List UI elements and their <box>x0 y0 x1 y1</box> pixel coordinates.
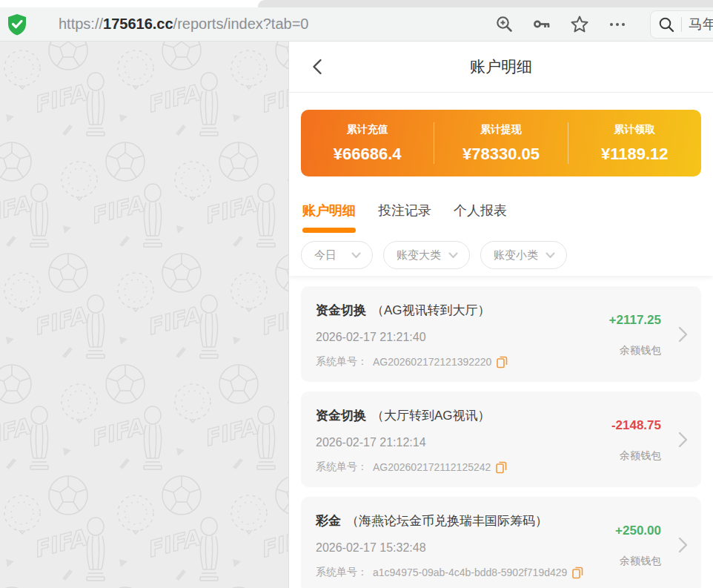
chevron-right-icon <box>678 432 688 448</box>
transaction-row[interactable]: 资金切换（大厅转到AG视讯） 2026-02-17 21:12:14 系统单号：… <box>301 392 701 487</box>
copy-icon[interactable] <box>572 566 583 579</box>
tab-bar: 账户明细 投注记录 个人报表 <box>289 176 713 233</box>
stats-summary-card: 累计充值 ¥66686.4 累计提现 ¥78330.05 累计领取 ¥1189.… <box>301 110 701 176</box>
order-number: AG202602172112125242 <box>373 461 491 473</box>
main-area: FIFA <box>0 42 713 588</box>
screenshot-root: { "browser": { "url": { "scheme": "https… <box>0 0 713 588</box>
transaction-amount-block: -2148.75 余额钱包 <box>611 418 661 463</box>
order-label: 系统单号： <box>316 566 368 579</box>
transaction-type: 彩金 <box>316 514 341 528</box>
stat-value: ¥66686.4 <box>301 145 434 164</box>
transaction-amount: +2117.25 <box>609 313 661 328</box>
transaction-wallet: 余额钱包 <box>620 555 661 568</box>
transaction-row[interactable]: 彩金（海燕论坛金币兑换瑞丰国际筹码） 2026-02-17 15:32:48 系… <box>301 497 701 588</box>
key-icon[interactable] <box>532 15 551 33</box>
order-label: 系统单号： <box>316 355 368 369</box>
stat-label: 累计领取 <box>568 123 701 136</box>
url-domain: 175616.cc <box>103 16 173 32</box>
transaction-detail: （AG视讯转到大厅） <box>371 303 491 317</box>
chevron-down-icon <box>545 252 555 259</box>
transaction-list: 资金切换（AG视讯转到大厅） 2026-02-17 21:21:40 系统单号：… <box>289 276 713 588</box>
address-bar-actions <box>495 7 627 41</box>
zoom-in-icon[interactable] <box>495 15 514 33</box>
transaction-type: 资金切换 <box>316 409 366 423</box>
filter-label: 账变大类 <box>397 248 441 262</box>
stat-label: 累计提现 <box>434 123 567 136</box>
transaction-amount-block: +2117.25 余额钱包 <box>609 313 661 357</box>
stat-value: ¥78330.05 <box>434 145 567 164</box>
browser-tab-strip <box>0 0 713 7</box>
url-text[interactable]: https://175616.cc/reports/index?tab=0 <box>59 16 308 33</box>
transaction-amount: -2148.75 <box>611 418 661 433</box>
transaction-detail: （大厅转到AG视讯） <box>371 409 491 423</box>
transaction-row[interactable]: 资金切换（AG视讯转到大厅） 2026-02-17 21:21:40 系统单号：… <box>301 286 701 382</box>
search-divider <box>681 17 682 32</box>
url-scheme: https:// <box>59 16 103 32</box>
stat-total-withdraw: 累计提现 ¥78330.05 <box>434 123 567 164</box>
chevron-right-icon <box>678 326 688 343</box>
filter-major-category-dropdown[interactable]: 账变大类 <box>383 241 470 269</box>
magnifier-icon <box>658 16 674 33</box>
page-title: 账户明细 <box>289 56 713 77</box>
security-shield-icon[interactable] <box>7 13 27 36</box>
copy-icon[interactable] <box>496 461 507 474</box>
stat-value: ¥1189.12 <box>568 145 701 164</box>
account-detail-panel: 账户明细 累计充值 ¥66686.4 累计提现 ¥78330.05 累计领取 ¥… <box>289 42 713 588</box>
transaction-detail: （海燕论坛金币兑换瑞丰国际筹码） <box>346 514 548 528</box>
browser-search-box[interactable]: 马年 <box>650 10 713 39</box>
order-number: a1c94975-09ab-4c4b-bdd8-5902f719d429 <box>373 566 567 578</box>
browser-address-bar[interactable]: https://175616.cc/reports/index?tab=0 马年 <box>0 7 713 42</box>
chevron-down-icon <box>448 252 458 259</box>
transaction-wallet: 余额钱包 <box>620 449 661 463</box>
filter-bar: 今日 账变大类 账变小类 <box>289 233 713 269</box>
fifa-pattern-svg: FIFA <box>0 42 289 588</box>
stat-total-claimed: 累计领取 ¥1189.12 <box>568 123 701 164</box>
more-dots-icon[interactable] <box>608 15 627 33</box>
transaction-amount-block: +250.00 余额钱包 <box>615 523 661 568</box>
filter-label: 今日 <box>314 248 336 262</box>
chevron-right-icon <box>678 537 688 553</box>
filter-label: 账变小类 <box>494 248 538 262</box>
copy-icon[interactable] <box>497 356 508 369</box>
transaction-wallet: 余额钱包 <box>620 344 661 357</box>
fifa-pattern-background: FIFA <box>0 42 289 588</box>
star-icon[interactable] <box>570 15 589 33</box>
search-query-text: 马年 <box>689 15 713 34</box>
tab-personal-report[interactable]: 个人报表 <box>454 202 507 233</box>
transaction-amount: +250.00 <box>615 523 661 538</box>
filter-date-dropdown[interactable]: 今日 <box>301 241 373 269</box>
url-path: /reports/index?tab=0 <box>173 16 309 32</box>
transaction-type: 资金切换 <box>316 303 366 317</box>
tab-strip-inactive-area <box>258 0 713 7</box>
top-section: 累计充值 ¥66686.4 累计提现 ¥78330.05 累计领取 ¥1189.… <box>289 93 713 276</box>
filter-minor-category-dropdown[interactable]: 账变小类 <box>480 241 567 269</box>
tab-bet-records[interactable]: 投注记录 <box>378 202 431 233</box>
stat-label: 累计充值 <box>301 123 434 136</box>
order-number: AG202602172121392220 <box>373 356 491 368</box>
order-label: 系统单号： <box>316 460 368 474</box>
tab-account-detail[interactable]: 账户明细 <box>302 202 356 233</box>
stat-total-deposit: 累计充值 ¥66686.4 <box>301 123 434 164</box>
chevron-down-icon <box>351 252 361 259</box>
panel-header: 账户明细 <box>289 42 713 93</box>
